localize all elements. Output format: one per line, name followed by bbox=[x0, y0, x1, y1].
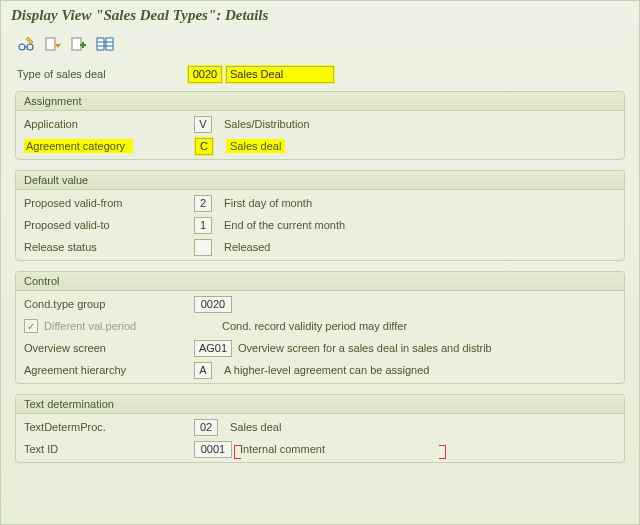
svg-marker-3 bbox=[26, 37, 33, 44]
overview-screen-desc: Overview screen for a sales deal in sale… bbox=[238, 342, 492, 354]
page-title: Display View "Sales Deal Types": Details bbox=[1, 1, 639, 32]
valid-from-input[interactable] bbox=[194, 195, 212, 212]
type-of-sales-deal-desc-input[interactable] bbox=[226, 66, 334, 83]
cond-type-group-label: Cond.type group bbox=[24, 298, 194, 310]
agreement-hierarchy-desc: A higher-level agreement can be assigned bbox=[224, 364, 429, 376]
different-val-period-row: ✓ Different val.period Cond. record vali… bbox=[18, 315, 622, 337]
valid-to-row: Proposed valid-to End of the current mon… bbox=[18, 214, 622, 236]
table-view-button[interactable] bbox=[95, 35, 115, 53]
release-status-row: Release status Released bbox=[18, 236, 622, 258]
svg-rect-4 bbox=[46, 38, 55, 50]
agreement-category-label: Agreement category bbox=[24, 140, 194, 152]
default-value-panel-title: Default value bbox=[16, 171, 624, 190]
application-desc: Sales/Distribution bbox=[224, 118, 310, 130]
text-determination-panel: Text determination TextDetermProc. Sales… bbox=[15, 394, 625, 463]
highlight bbox=[194, 137, 214, 156]
agreement-category-input[interactable] bbox=[195, 138, 213, 155]
text-determ-proc-row: TextDetermProc. Sales deal bbox=[18, 416, 622, 438]
valid-to-desc: End of the current month bbox=[224, 219, 345, 231]
pencil-glasses-icon bbox=[18, 36, 36, 52]
text-id-label: Text ID bbox=[24, 443, 194, 455]
overview-screen-label: Overview screen bbox=[24, 342, 194, 354]
valid-from-row: Proposed valid-from First day of month bbox=[18, 192, 622, 214]
default-value-panel: Default value Proposed valid-from First … bbox=[15, 170, 625, 261]
agreement-category-desc: Sales deal bbox=[226, 140, 285, 152]
application-row: Application Sales/Distribution bbox=[18, 113, 622, 135]
text-id-row: Text ID Internal comment bbox=[18, 438, 622, 460]
type-of-sales-deal-label: Type of sales deal bbox=[17, 68, 187, 80]
type-of-sales-deal-input[interactable] bbox=[188, 66, 222, 83]
cond-type-group-row: Cond.type group bbox=[18, 293, 622, 315]
text-id-input[interactable] bbox=[194, 441, 232, 458]
control-panel: Control Cond.type group ✓ Different val.… bbox=[15, 271, 625, 384]
svg-rect-9 bbox=[97, 38, 104, 50]
valid-to-label: Proposed valid-to bbox=[24, 219, 194, 231]
svg-rect-6 bbox=[72, 38, 81, 50]
assignment-panel: Assignment Application Sales/Distributio… bbox=[15, 91, 625, 160]
doc-arrow-icon bbox=[44, 36, 62, 52]
content-area: Type of sales deal Assignment Applicatio… bbox=[1, 59, 639, 477]
svg-point-1 bbox=[27, 44, 33, 50]
release-status-label: Release status bbox=[24, 241, 194, 253]
text-determ-proc-desc: Sales deal bbox=[230, 421, 281, 433]
highlight bbox=[225, 65, 335, 84]
different-val-period-desc: Cond. record validity period may differ bbox=[222, 320, 407, 332]
type-of-sales-deal-row: Type of sales deal bbox=[11, 63, 629, 85]
other-entry-button[interactable] bbox=[43, 35, 63, 53]
text-determ-proc-input[interactable] bbox=[194, 419, 218, 436]
release-status-input[interactable] bbox=[194, 239, 212, 256]
doc-plus-icon bbox=[70, 36, 88, 52]
control-panel-title: Control bbox=[16, 272, 624, 291]
valid-from-label: Proposed valid-from bbox=[24, 197, 194, 209]
cond-type-group-input[interactable] bbox=[194, 296, 232, 313]
grid-icon bbox=[96, 36, 114, 52]
valid-from-desc: First day of month bbox=[224, 197, 312, 209]
agreement-category-label-text: Agreement category bbox=[24, 139, 133, 153]
application-label: Application bbox=[24, 118, 194, 130]
toolbar bbox=[1, 32, 639, 59]
svg-point-0 bbox=[19, 44, 25, 50]
toggle-display-change-button[interactable] bbox=[17, 35, 37, 53]
text-determination-panel-title: Text determination bbox=[16, 395, 624, 414]
overview-screen-row: Overview screen Overview screen for a sa… bbox=[18, 337, 622, 359]
agreement-hierarchy-row: Agreement hierarchy A higher-level agree… bbox=[18, 359, 622, 381]
overview-screen-input[interactable] bbox=[194, 340, 232, 357]
application-input[interactable] bbox=[194, 116, 212, 133]
new-entries-button[interactable] bbox=[69, 35, 89, 53]
agreement-hierarchy-label: Agreement hierarchy bbox=[24, 364, 194, 376]
valid-to-input[interactable] bbox=[194, 217, 212, 234]
svg-marker-5 bbox=[55, 44, 61, 48]
agreement-category-row: Agreement category Sales deal bbox=[18, 135, 622, 157]
different-val-period-label: Different val.period bbox=[44, 320, 194, 332]
sap-window: Display View "Sales Deal Types": Details bbox=[0, 0, 640, 525]
highlight bbox=[187, 65, 223, 84]
text-id-desc: Internal comment bbox=[236, 443, 444, 455]
svg-rect-10 bbox=[106, 38, 113, 50]
agreement-category-desc-text: Sales deal bbox=[226, 139, 285, 153]
assignment-panel-title: Assignment bbox=[16, 92, 624, 111]
text-determ-proc-label: TextDetermProc. bbox=[24, 421, 194, 433]
release-status-desc: Released bbox=[224, 241, 270, 253]
agreement-hierarchy-input[interactable] bbox=[194, 362, 212, 379]
different-val-period-checkbox[interactable]: ✓ bbox=[24, 319, 38, 333]
